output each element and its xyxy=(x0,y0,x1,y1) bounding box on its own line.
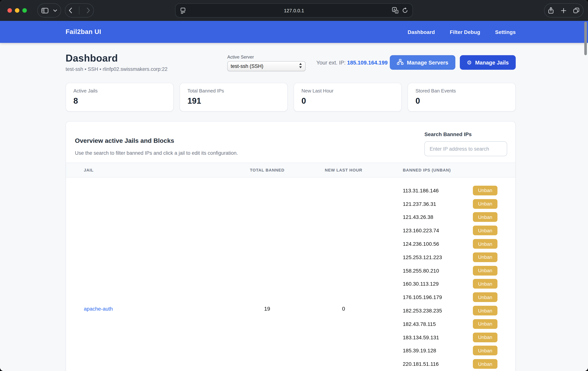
tab-overview-icon[interactable] xyxy=(573,8,579,13)
unban-button[interactable]: Unban xyxy=(473,252,497,262)
stat-card-total-banned-ips: Total Banned IPs191 xyxy=(180,83,288,111)
active-server-value: test-ssh (SSH) xyxy=(231,63,299,69)
stat-label: Stored Ban Events xyxy=(415,88,508,94)
unban-button[interactable]: Unban xyxy=(473,266,497,275)
banned-ip-row: 121.43.26.38Unban xyxy=(403,210,497,224)
unban-button[interactable]: Unban xyxy=(473,212,497,222)
overview-subtitle: Use the search to filter banned IPs and … xyxy=(75,150,238,156)
stat-label: New Last Hour xyxy=(302,88,394,94)
table-header: JAIL TOTAL BANNED NEW LAST HOUR BANNED I… xyxy=(66,163,515,177)
back-button[interactable] xyxy=(69,8,72,13)
column-header-jail: JAIL xyxy=(66,168,230,172)
search-banned-ips-input[interactable] xyxy=(424,141,507,156)
stats-row: Active Jails8Total Banned IPs191New Last… xyxy=(66,83,516,111)
page-title: Dashboard xyxy=(66,53,118,64)
unban-button[interactable]: Unban xyxy=(473,293,497,302)
banned-ip-row: 182.43.78.115Unban xyxy=(403,317,497,331)
app-brand: Fail2ban UI xyxy=(66,28,101,36)
banned-ip-row: 182.253.238.235Unban xyxy=(403,304,497,317)
sitemap-icon xyxy=(397,59,404,66)
banned-ip: 185.39.19.128 xyxy=(403,348,436,354)
total-banned-value: 19 xyxy=(230,306,304,312)
banned-ip: 220.181.51.116 xyxy=(403,361,439,367)
reload-icon[interactable] xyxy=(402,7,408,13)
unban-button[interactable]: Unban xyxy=(473,306,497,316)
unban-button[interactable]: Unban xyxy=(473,186,497,195)
banned-ip: 183.134.59.131 xyxy=(403,334,439,340)
share-icon[interactable] xyxy=(548,7,554,14)
unban-button[interactable]: Unban xyxy=(473,226,497,235)
unban-button[interactable]: Unban xyxy=(473,199,497,209)
banned-ip-row: 123.160.223.74Unban xyxy=(403,224,497,237)
history-nav-group xyxy=(65,3,94,18)
banned-ip-row: 113.31.186.146Unban xyxy=(403,184,497,197)
url-text: 127.0.0.1 xyxy=(176,8,412,13)
manage-jails-button[interactable]: ⚙︎ Manage Jails xyxy=(460,55,516,70)
sidebar-toggle-button[interactable] xyxy=(37,3,61,18)
stat-card-active-jails: Active Jails8 xyxy=(66,83,174,111)
nav-links: DashboardFilter DebugSettings xyxy=(408,29,516,35)
address-bar[interactable]: 127.0.0.1 A x xyxy=(175,3,413,18)
minimize-window-button[interactable] xyxy=(15,8,19,13)
new-tab-icon[interactable] xyxy=(561,8,566,13)
banned-ip-row: 121.237.36.31Unban xyxy=(403,197,497,211)
banned-ip: 182.43.78.115 xyxy=(403,321,436,327)
manage-servers-label: Manage Servers xyxy=(407,59,448,65)
column-header-total-banned: TOTAL BANNED xyxy=(230,168,304,172)
unban-button[interactable]: Unban xyxy=(473,279,497,289)
stat-label: Active Jails xyxy=(74,88,166,94)
zoom-window-button[interactable] xyxy=(22,8,27,13)
column-header-banned-ips: BANNED IPS (UNBAN) xyxy=(383,168,515,172)
banned-ip-row: 183.134.59.131Unban xyxy=(403,331,497,344)
stat-card-stored-ban-events: Stored Ban Events0 xyxy=(408,83,516,111)
banned-ip-row: 158.255.80.210Unban xyxy=(403,264,497,277)
banned-ip: 113.31.186.146 xyxy=(403,187,439,194)
unban-button[interactable]: Unban xyxy=(473,332,497,342)
page-subtitle: test-ssh • SSH • rlinfp02.swissmakers.co… xyxy=(66,66,168,72)
nav-link-settings[interactable]: Settings xyxy=(495,29,516,35)
page-scrollbar[interactable] xyxy=(584,22,587,55)
banned-ip: 182.253.238.235 xyxy=(403,308,442,314)
nav-link-dashboard[interactable]: Dashboard xyxy=(408,29,435,35)
unban-button[interactable]: Unban xyxy=(473,319,497,329)
manage-servers-button[interactable]: Manage Servers xyxy=(390,55,455,70)
sidebar-icon xyxy=(41,8,48,13)
banned-ip: 158.255.80.210 xyxy=(403,268,439,273)
browser-toolbar: 127.0.0.1 A x xyxy=(0,0,588,21)
unban-button[interactable]: Unban xyxy=(473,346,497,356)
forward-button[interactable] xyxy=(86,8,90,13)
banned-ip-row: 124.236.100.56Unban xyxy=(403,237,497,251)
stat-value: 191 xyxy=(188,96,280,106)
banned-ip-row: 125.253.121.223Unban xyxy=(403,251,497,264)
external-ip: Your ext. IP: 185.109.164.199 xyxy=(316,60,388,66)
banned-ip: 121.237.36.31 xyxy=(403,201,436,207)
banned-ip: 124.236.100.56 xyxy=(403,241,439,247)
jail-link[interactable]: apache-auth xyxy=(84,306,113,312)
banned-ip-row: 220.181.51.116Unban xyxy=(403,357,497,371)
close-window-button[interactable] xyxy=(8,8,12,13)
banned-ip: 125.253.121.223 xyxy=(403,254,442,260)
stat-card-new-last-hour: New Last Hour0 xyxy=(294,83,402,111)
unban-button[interactable]: Unban xyxy=(473,359,497,369)
nav-link-filter-debug[interactable]: Filter Debug xyxy=(450,29,480,35)
search-banned-ips-label: Search Banned IPs xyxy=(424,131,472,137)
banned-ip-row: 160.30.113.129Unban xyxy=(403,277,497,291)
unban-button[interactable]: Unban xyxy=(473,239,497,249)
banned-ip: 160.30.113.129 xyxy=(403,281,439,287)
external-ip-label: Your ext. IP: xyxy=(316,60,346,66)
overview-title: Overview active Jails and Blocks xyxy=(75,137,174,145)
active-server-select[interactable]: test-ssh (SSH) xyxy=(227,61,305,71)
page-content: Dashboard test-ssh • SSH • rlinfp02.swis… xyxy=(0,43,588,371)
active-server-label: Active Server xyxy=(227,55,254,60)
translate-icon[interactable]: A x xyxy=(392,7,398,13)
new-last-hour-value: 0 xyxy=(304,306,383,312)
external-ip-link[interactable]: 185.109.164.199 xyxy=(347,60,388,66)
banned-ip-row: 176.105.196.179Unban xyxy=(403,291,497,304)
column-header-new-last-hour: NEW LAST HOUR xyxy=(304,168,383,172)
banned-ip: 176.105.196.179 xyxy=(403,294,442,300)
stat-value: 0 xyxy=(302,96,394,106)
banned-ip: 123.160.223.74 xyxy=(403,228,439,234)
table-row: apache-auth 19 0 113.31.186.146Unban121.… xyxy=(66,177,515,371)
toolbar-actions-group xyxy=(544,3,584,18)
app-navbar: Fail2ban UI DashboardFilter DebugSetting… xyxy=(0,21,588,43)
